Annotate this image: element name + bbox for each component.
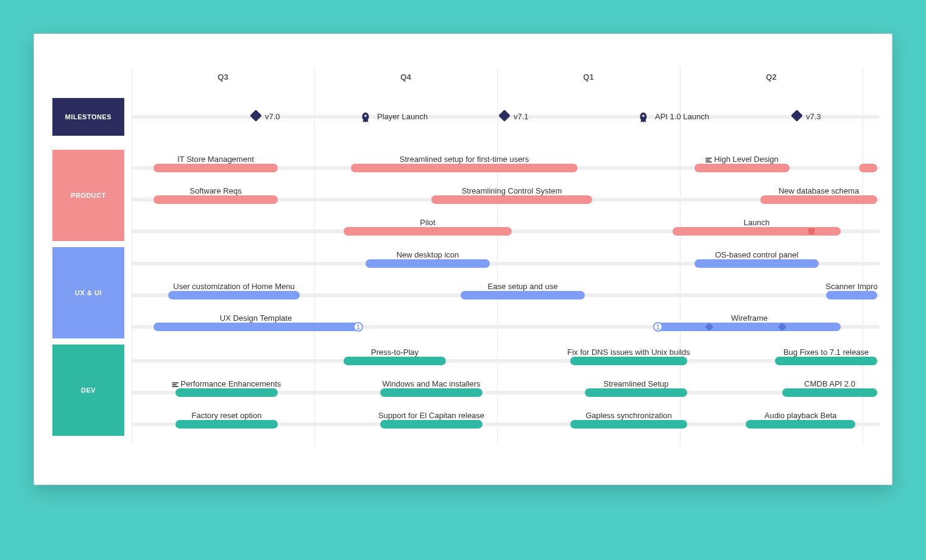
bar-label: Fix for DNS issues with Unix builds (567, 348, 690, 357)
roadmap-bar[interactable] (694, 164, 790, 172)
bar-label: Streamlined setup for first-time users (400, 155, 529, 164)
quarter-label: Q1 (583, 72, 593, 82)
bar-label: Performance Enhancements (172, 379, 281, 388)
bar-label: IT Store Management (177, 155, 254, 164)
roadmap-bar[interactable] (366, 259, 490, 268)
bar-label: OS-based control panel (715, 250, 799, 259)
bar-label: Streamlining Control System (462, 186, 562, 195)
lane-label-ux: UX & UI (52, 247, 124, 338)
bar-label: Streamlined Setup (604, 379, 669, 388)
bar-label: Windows and Mac installers (382, 379, 480, 388)
milestone-label: API 1.0 Launch (655, 112, 709, 121)
bar-label: Factory reset option (192, 411, 262, 420)
roadmap-bar[interactable] (175, 420, 278, 429)
roadmap-bar[interactable] (694, 259, 819, 268)
milestone-marker[interactable]: Player Launch (359, 111, 372, 125)
roadmap: Q3Q4Q1Q2MILESTONESv7.0Player Launchv7.1A… (52, 68, 880, 445)
bar-label: Scanner Impro (825, 282, 877, 291)
quarter-gridline (497, 68, 498, 445)
milestone-label: v7.3 (806, 112, 821, 121)
roadmap-bar[interactable] (168, 291, 300, 299)
milestone-label: v7.0 (265, 112, 280, 121)
bar-label: User customization of Home Menu (173, 282, 294, 291)
roadmap-bar[interactable] (570, 420, 687, 429)
quarter-label: Q4 (400, 72, 411, 82)
roadmap-bar[interactable] (351, 164, 578, 172)
roadmap-bar[interactable] (859, 164, 877, 172)
bar-label: CMDB API 2.0 (804, 379, 855, 388)
milestone-label: v7.1 (514, 112, 529, 121)
roadmap-bar[interactable] (380, 388, 482, 397)
quarter-gridline (132, 68, 132, 445)
milestone-label: Player Launch (377, 112, 428, 121)
lane-label-product: PRODUCT (52, 150, 124, 241)
bar-label: Gapless synchronization (585, 411, 672, 420)
bar-label: Launch (744, 218, 770, 227)
bar-label: Audio playback Beta (765, 411, 837, 420)
roadmap-bar[interactable] (775, 357, 877, 365)
roadmap-bar[interactable] (746, 420, 855, 429)
lane-label-dev: DEV (52, 345, 124, 436)
count-badge: 1 (353, 322, 363, 332)
bar-label: Software Reqs (189, 186, 241, 195)
bar-label: Ease setup and use (488, 282, 558, 291)
quarter-gridline (314, 68, 315, 445)
bar-label: Pilot (420, 218, 435, 227)
bar-label: Press-to-Play (371, 348, 419, 357)
roadmap-bar[interactable] (154, 323, 358, 331)
roadmap-bar[interactable] (461, 291, 585, 299)
milestone-marker[interactable]: API 1.0 Launch (637, 111, 650, 125)
bar-label: Bug Fixes to 7.1 release (783, 348, 869, 357)
bar-label: New database schema (779, 186, 859, 195)
roadmap-bar[interactable] (570, 357, 687, 365)
square-marker-icon (808, 228, 815, 234)
rocket-icon (637, 111, 650, 125)
diamond-icon (791, 110, 803, 122)
roadmap-bar[interactable] (826, 291, 877, 299)
bar-label: UX Design Template (220, 313, 292, 323)
bar-label: High Level Design (705, 155, 779, 164)
roadmap-bar[interactable] (658, 323, 841, 331)
roadmap-bar[interactable] (380, 420, 482, 429)
roadmap-card: Q3Q4Q1Q2MILESTONESv7.0Player Launchv7.1A… (34, 33, 892, 485)
roadmap-bar[interactable] (431, 195, 592, 204)
milestone-marker[interactable]: v7.3 (793, 111, 801, 120)
roadmap-bar[interactable] (154, 195, 278, 204)
count-badge: 1 (653, 322, 663, 332)
roadmap-bar[interactable] (673, 227, 841, 236)
rocket-icon (359, 111, 372, 125)
roadmap-bar[interactable] (344, 227, 512, 236)
row-track (132, 359, 880, 363)
diamond-icon (498, 110, 511, 122)
roadmap-bar[interactable] (585, 388, 687, 397)
roadmap-bar[interactable] (344, 357, 446, 365)
bar-label: Support for El Capitan release (378, 411, 484, 420)
roadmap-bar[interactable] (175, 388, 278, 397)
bar-label: Wireframe (731, 313, 768, 323)
quarter-label: Q2 (766, 72, 776, 82)
bar-label: New desktop icon (397, 250, 459, 259)
roadmap-bar[interactable] (760, 195, 877, 204)
roadmap-bar[interactable] (154, 164, 278, 172)
roadmap-bar[interactable] (782, 388, 877, 397)
quarter-label: Q3 (217, 72, 228, 82)
diamond-icon (250, 110, 262, 122)
lane-label-milestones: MILESTONES (52, 98, 124, 136)
milestone-marker[interactable]: v7.0 (252, 111, 260, 120)
milestone-marker[interactable]: v7.1 (500, 111, 509, 120)
